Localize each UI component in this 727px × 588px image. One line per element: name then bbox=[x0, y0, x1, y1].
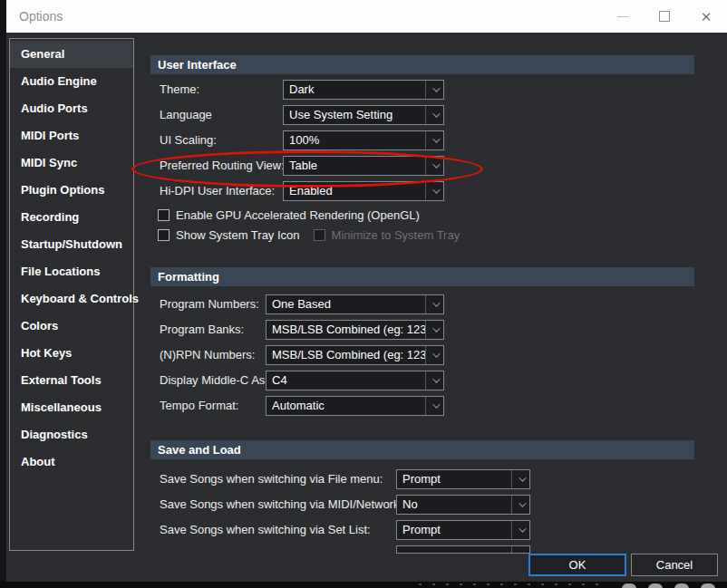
taskbar-peek-ticks bbox=[419, 583, 609, 585]
sidebar-item-file-locations[interactable]: File Locations bbox=[10, 258, 133, 285]
display-middle-c-dropdown[interactable]: C4 bbox=[266, 371, 444, 390]
section-header-user-interface: User Interface bbox=[150, 55, 694, 74]
save-via-midi-network-dropdown[interactable]: No bbox=[396, 495, 530, 515]
program-banks-value: MSB/LSB Combined (eg: 1234... bbox=[267, 321, 425, 339]
chevron-down-icon bbox=[511, 546, 529, 553]
program-banks-label: Program Banks: bbox=[160, 320, 244, 340]
tempo-format-label: Tempo Format: bbox=[160, 396, 238, 416]
ui-scaling-dropdown[interactable]: 100% bbox=[283, 130, 444, 150]
show-system-tray-checkbox[interactable] bbox=[158, 229, 170, 241]
display-middle-c-label: Display Middle-C As: bbox=[160, 371, 268, 390]
hidpi-dropdown[interactable]: Enabled bbox=[283, 181, 444, 201]
options-dialog-screenshot: Options ✕ General Audio Engine Audio Por… bbox=[0, 0, 727, 588]
sidebar-item-about[interactable]: About bbox=[10, 448, 133, 476]
gpu-rendering-label: Enable GPU Accelerated Rendering (OpenGL… bbox=[176, 208, 420, 222]
language-label: Language bbox=[160, 105, 212, 125]
titlebar: Options ✕ bbox=[6, 0, 727, 33]
preferred-routing-view-dropdown[interactable]: Table bbox=[283, 156, 444, 176]
clipped-dropdown[interactable] bbox=[396, 545, 530, 554]
sidebar-item-hot-keys[interactable]: Hot Keys bbox=[10, 340, 133, 367]
taskbar-peek-icon bbox=[674, 583, 689, 588]
gpu-rendering-checkbox[interactable] bbox=[158, 209, 170, 221]
sidebar-item-external-tools[interactable]: External Tools bbox=[10, 367, 133, 394]
program-numbers-value: One Based bbox=[267, 295, 425, 313]
close-button[interactable]: ✕ bbox=[685, 0, 727, 33]
chevron-down-icon[interactable] bbox=[425, 371, 443, 390]
maximize-button[interactable] bbox=[644, 0, 685, 33]
chevron-down-icon[interactable] bbox=[425, 157, 443, 175]
theme-value: Dark bbox=[284, 81, 425, 99]
save-via-set-list-dropdown[interactable]: Prompt bbox=[396, 520, 530, 540]
cancel-button[interactable]: Cancel bbox=[631, 554, 718, 576]
minimize-to-tray-group: Minimize to System Tray bbox=[314, 228, 460, 242]
gpu-rendering-checkbox-row: Enable GPU Accelerated Rendering (OpenGL… bbox=[158, 208, 420, 222]
sidebar: General Audio Engine Audio Ports MIDI Po… bbox=[9, 38, 134, 551]
sidebar-item-midi-ports[interactable]: MIDI Ports bbox=[10, 122, 133, 149]
language-value: Use System Setting bbox=[284, 106, 425, 124]
sidebar-item-audio-engine[interactable]: Audio Engine bbox=[10, 68, 133, 95]
hidpi-value: Enabled bbox=[284, 182, 425, 200]
ui-scaling-label: UI Scaling: bbox=[160, 130, 217, 150]
chevron-down-icon[interactable] bbox=[425, 295, 443, 313]
chevron-down-icon[interactable] bbox=[425, 321, 443, 339]
nrpn-numbers-dropdown[interactable]: MSB/LSB Combined (eg: 1234) bbox=[266, 345, 444, 365]
save-via-file-menu-label: Save Songs when switching via File menu: bbox=[160, 469, 383, 489]
sidebar-item-general[interactable]: General bbox=[10, 41, 133, 68]
sidebar-item-recording[interactable]: Recording bbox=[10, 204, 133, 231]
save-via-set-list-value: Prompt bbox=[397, 521, 511, 539]
save-via-midi-network-value: No bbox=[397, 496, 511, 514]
chevron-down-icon[interactable] bbox=[425, 346, 443, 364]
save-via-file-menu-dropdown[interactable]: Prompt bbox=[396, 469, 530, 489]
minimize-button[interactable] bbox=[602, 0, 644, 33]
program-banks-dropdown[interactable]: MSB/LSB Combined (eg: 1234... bbox=[266, 320, 444, 340]
hidpi-label: Hi-DPI User Interface: bbox=[160, 181, 275, 201]
background-bottom-strip bbox=[0, 582, 727, 588]
maximize-icon bbox=[659, 11, 670, 22]
sidebar-item-midi-sync[interactable]: MIDI Sync bbox=[10, 149, 133, 177]
preferred-routing-view-label: Preferred Routing View: bbox=[160, 156, 285, 176]
taskbar-peek-icon bbox=[701, 583, 715, 588]
show-system-tray-label: Show System Tray Icon bbox=[176, 228, 300, 242]
sidebar-item-miscellaneous[interactable]: Miscellaneous bbox=[10, 394, 133, 421]
minimize-icon bbox=[617, 16, 628, 17]
sidebar-item-colors[interactable]: Colors bbox=[10, 313, 133, 340]
language-dropdown[interactable]: Use System Setting bbox=[283, 105, 444, 125]
sidebar-item-startup-shutdown[interactable]: Startup/Shutdown bbox=[10, 231, 133, 258]
chevron-down-icon[interactable] bbox=[425, 131, 443, 149]
save-via-midi-network-label: Save Songs when switching via MIDI/Netwo… bbox=[160, 495, 402, 515]
tempo-format-dropdown[interactable]: Automatic bbox=[266, 396, 444, 416]
chevron-down-icon[interactable] bbox=[425, 81, 443, 99]
section-header-formatting: Formatting bbox=[150, 267, 694, 286]
save-via-file-menu-value: Prompt bbox=[397, 470, 511, 488]
display-middle-c-value: C4 bbox=[267, 371, 425, 390]
program-numbers-dropdown[interactable]: One Based bbox=[266, 294, 444, 314]
window-title: Options bbox=[19, 0, 63, 33]
chevron-down-icon[interactable] bbox=[425, 182, 443, 200]
ok-button[interactable]: OK bbox=[528, 554, 626, 576]
minimize-to-tray-label: Minimize to System Tray bbox=[332, 228, 460, 242]
chevron-down-icon[interactable] bbox=[511, 521, 529, 539]
chevron-down-icon[interactable] bbox=[425, 397, 443, 415]
preferred-routing-view-value: Table bbox=[284, 157, 425, 175]
chevron-down-icon[interactable] bbox=[511, 470, 529, 488]
close-icon: ✕ bbox=[701, 10, 712, 24]
sidebar-item-audio-ports[interactable]: Audio Ports bbox=[10, 95, 133, 122]
ui-scaling-value: 100% bbox=[284, 131, 425, 149]
nrpn-numbers-label: (N)RPN Numbers: bbox=[160, 345, 255, 365]
save-via-set-list-label: Save Songs when switching via Set List: bbox=[160, 520, 371, 540]
sidebar-item-diagnostics[interactable]: Diagnostics bbox=[10, 421, 133, 448]
chevron-down-icon[interactable] bbox=[425, 106, 443, 124]
theme-dropdown[interactable]: Dark bbox=[283, 80, 444, 100]
theme-label: Theme: bbox=[160, 80, 199, 100]
minimize-to-tray-checkbox bbox=[314, 229, 325, 241]
taskbar-peek-icon bbox=[648, 583, 663, 588]
system-tray-checkbox-row: Show System Tray Icon Minimize to System… bbox=[158, 228, 460, 242]
sidebar-item-keyboard-controls[interactable]: Keyboard & Controls bbox=[10, 285, 133, 313]
tempo-format-value: Automatic bbox=[267, 397, 425, 415]
chevron-down-icon[interactable] bbox=[511, 496, 529, 514]
section-header-save-and-load: Save and Load bbox=[150, 440, 694, 459]
program-numbers-label: Program Numbers: bbox=[160, 294, 259, 314]
sidebar-item-plugin-options[interactable]: Plugin Options bbox=[10, 177, 133, 204]
taskbar-peek-icon bbox=[622, 583, 636, 588]
nrpn-numbers-value: MSB/LSB Combined (eg: 1234) bbox=[267, 346, 425, 364]
